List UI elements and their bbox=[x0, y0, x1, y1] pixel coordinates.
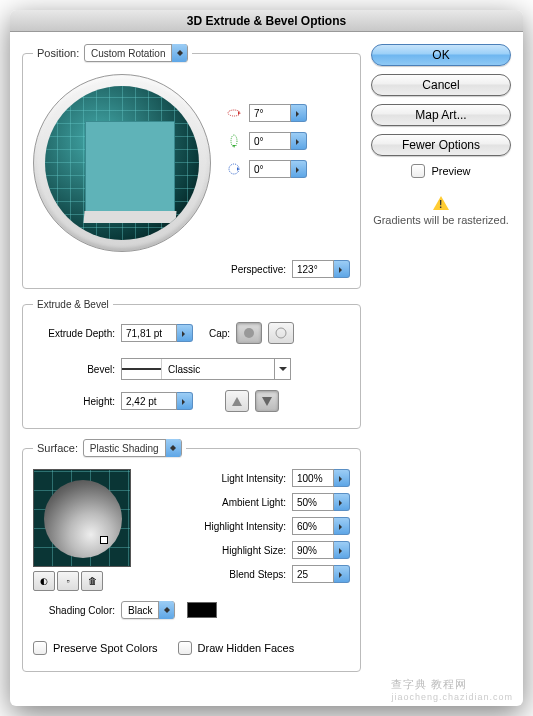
highlight-intensity-label: Highlight Intensity: bbox=[186, 521, 286, 532]
height-input[interactable] bbox=[121, 392, 193, 410]
dropdown-arrow-icon bbox=[165, 439, 181, 457]
bevel-swatch-icon bbox=[122, 359, 162, 379]
rotate-y-input[interactable] bbox=[249, 132, 307, 150]
fewer-options-button[interactable]: Fewer Options bbox=[371, 134, 511, 156]
rotate-z-icon bbox=[225, 160, 243, 178]
position-group: Position: Custom Rotation bbox=[22, 44, 361, 289]
extrude-group: Extrude & Bevel Extrude Depth: Cap: Beve… bbox=[22, 299, 361, 429]
depth-input[interactable] bbox=[121, 324, 193, 342]
warning-icon bbox=[433, 188, 449, 210]
svg-point-3 bbox=[244, 328, 254, 338]
perspective-label: Perspective: bbox=[231, 264, 286, 275]
preserve-spot-checkbox[interactable]: Preserve Spot Colors bbox=[33, 641, 158, 655]
rotation-select[interactable]: Custom Rotation bbox=[84, 44, 188, 62]
ambient-input[interactable] bbox=[292, 493, 350, 511]
preview-checkbox[interactable]: Preview bbox=[371, 164, 511, 178]
position-legend: Position: Custom Rotation bbox=[33, 44, 192, 62]
ambient-label: Ambient Light: bbox=[186, 497, 286, 508]
surface-group: Surface: Plastic Shading ◐ bbox=[22, 439, 361, 672]
rotate-x-input[interactable] bbox=[249, 104, 307, 122]
surface-legend: Surface: Plastic Shading bbox=[33, 439, 186, 457]
rotate-z-input[interactable] bbox=[249, 160, 307, 178]
warning-message: Gradients will be rasterized. bbox=[371, 188, 511, 226]
perspective-input[interactable] bbox=[292, 260, 350, 278]
rotate-x-icon bbox=[225, 104, 243, 122]
light-back-button[interactable]: ◐ bbox=[33, 571, 55, 591]
shading-color-label: Shading Color: bbox=[33, 605, 115, 616]
svg-point-4 bbox=[276, 328, 286, 338]
map-art-button[interactable]: Map Art... bbox=[371, 104, 511, 126]
height-label: Height: bbox=[33, 396, 115, 407]
watermark: 查字典 教程网 jiaocheng.chazidian.com bbox=[391, 675, 513, 702]
bevel-in-button[interactable] bbox=[225, 390, 249, 412]
globe-cube-preview bbox=[85, 121, 175, 216]
highlight-intensity-input[interactable] bbox=[292, 517, 350, 535]
highlight-size-label: Highlight Size: bbox=[186, 545, 286, 556]
light-delete-button[interactable]: 🗑 bbox=[81, 571, 103, 591]
dropdown-arrow-icon bbox=[274, 359, 290, 379]
bevel-label: Bevel: bbox=[33, 364, 115, 375]
extrude-legend: Extrude & Bevel bbox=[33, 299, 113, 310]
window-title: 3D Extrude & Bevel Options bbox=[10, 10, 523, 32]
draw-hidden-checkbox[interactable]: Draw Hidden Faces bbox=[178, 641, 295, 655]
rotate-y-icon bbox=[225, 132, 243, 150]
blend-input[interactable] bbox=[292, 565, 350, 583]
light-handle[interactable] bbox=[100, 536, 108, 544]
light-new-button[interactable]: ▫ bbox=[57, 571, 79, 591]
blend-label: Blend Steps: bbox=[186, 569, 286, 580]
dropdown-arrow-icon bbox=[158, 601, 174, 619]
dropdown-arrow-icon bbox=[171, 44, 187, 62]
surface-select[interactable]: Plastic Shading bbox=[83, 439, 182, 457]
bevel-select[interactable]: Classic bbox=[121, 358, 291, 380]
highlight-size-input[interactable] bbox=[292, 541, 350, 559]
rotation-globe[interactable] bbox=[33, 74, 211, 252]
light-sphere[interactable] bbox=[33, 469, 131, 567]
bevel-out-button[interactable] bbox=[255, 390, 279, 412]
light-intensity-input[interactable] bbox=[292, 469, 350, 487]
shading-color-select[interactable]: Black bbox=[121, 601, 175, 619]
cap-on-button[interactable] bbox=[236, 322, 262, 344]
depth-label: Extrude Depth: bbox=[33, 328, 115, 339]
ok-button[interactable]: OK bbox=[371, 44, 511, 66]
cap-off-button[interactable] bbox=[268, 322, 294, 344]
shading-color-swatch[interactable] bbox=[187, 602, 217, 618]
light-intensity-label: Light Intensity: bbox=[186, 473, 286, 484]
cancel-button[interactable]: Cancel bbox=[371, 74, 511, 96]
cap-label: Cap: bbox=[209, 328, 230, 339]
